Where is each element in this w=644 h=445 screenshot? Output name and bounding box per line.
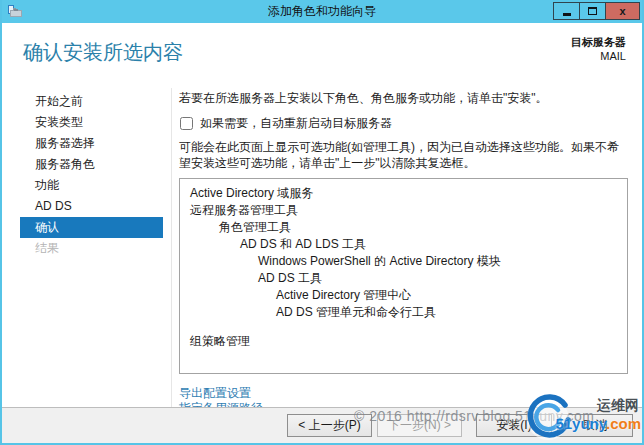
tree-item: 远程服务器管理工具 <box>188 202 619 219</box>
target-server-block: 目标服务器 MAIL <box>571 35 626 62</box>
wizard-app-icon <box>7 4 23 19</box>
sidebar-item-ad-ds[interactable]: AD DS <box>20 196 163 217</box>
tree-spacer <box>188 321 619 333</box>
tree-item: Active Directory 域服务 <box>188 185 619 202</box>
sidebar-item-results: 结果 <box>20 238 163 259</box>
optional-features-note: 可能会在此页面上显示可选功能(如管理工具)，因为已自动选择这些功能。如果不希望安… <box>179 139 628 171</box>
tree-item: 组策略管理 <box>188 333 619 350</box>
maximize-icon <box>588 7 597 15</box>
tree-item: AD DS 和 AD LDS 工具 <box>188 236 619 253</box>
intro-text: 若要在所选服务器上安装以下角色、角色服务或功能，请单击"安装"。 <box>179 91 628 106</box>
wizard-sidebar: 开始之前 安装类型 服务器选择 服务器角色 功能 AD DS 确认 结果 <box>2 88 172 407</box>
install-button[interactable]: 安装(I) <box>476 414 552 437</box>
wizard-window: 添加角色和功能向导 x 确认安装所选内容 目标服务器 MAIL 开始之前 安装类… <box>0 0 644 445</box>
previous-button[interactable]: < 上一步(P) <box>287 414 372 437</box>
minimize-button[interactable] <box>553 2 580 20</box>
page-title: 确认安装所选内容 <box>23 39 183 66</box>
close-icon: x <box>619 6 625 17</box>
export-configuration-link[interactable]: 导出配置设置 <box>179 386 628 401</box>
sidebar-item-features[interactable]: 功能 <box>20 175 163 196</box>
sidebar-item-before-you-begin[interactable]: 开始之前 <box>20 91 163 112</box>
tree-item: 角色管理工具 <box>188 219 619 236</box>
sidebar-item-installation-type[interactable]: 安装类型 <box>20 112 163 133</box>
auto-restart-checkbox[interactable] <box>180 117 193 130</box>
close-button[interactable]: x <box>605 2 640 20</box>
tree-item: AD DS 工具 <box>188 270 619 287</box>
window-title: 添加角色和功能向导 <box>2 3 642 20</box>
auto-restart-label[interactable]: 如果需要，自动重新启动目标服务器 <box>200 115 392 132</box>
sidebar-item-server-selection[interactable]: 服务器选择 <box>20 133 163 154</box>
tree-item: Active Directory 管理中心 <box>188 287 619 304</box>
cancel-button[interactable]: 取消 <box>557 414 633 437</box>
confirmation-pane: 若要在所选服务器上安装以下角色、角色服务或功能，请单击"安装"。 如果需要，自动… <box>172 88 642 407</box>
minimize-icon <box>563 13 571 16</box>
selection-listbox[interactable]: Active Directory 域服务 远程服务器管理工具 角色管理工具 AD… <box>179 178 628 374</box>
next-button: 下一步(N) > <box>377 414 462 437</box>
tree-item: Windows PowerShell 的 Active Directory 模块 <box>188 253 619 270</box>
wizard-header: 确认安装所选内容 目标服务器 MAIL <box>2 23 642 88</box>
tree-item: AD DS 管理单元和命令行工具 <box>188 304 619 321</box>
titlebar: 添加角色和功能向导 x <box>2 0 642 23</box>
target-server-name: MAIL <box>571 50 626 62</box>
target-server-label: 目标服务器 <box>571 35 626 50</box>
sidebar-item-confirmation[interactable]: 确认 <box>20 217 163 238</box>
sidebar-item-server-roles[interactable]: 服务器角色 <box>20 154 163 175</box>
wizard-footer: < 上一步(P) 下一步(N) > 安装(I) 取消 <box>2 407 642 443</box>
maximize-button[interactable] <box>579 2 606 20</box>
